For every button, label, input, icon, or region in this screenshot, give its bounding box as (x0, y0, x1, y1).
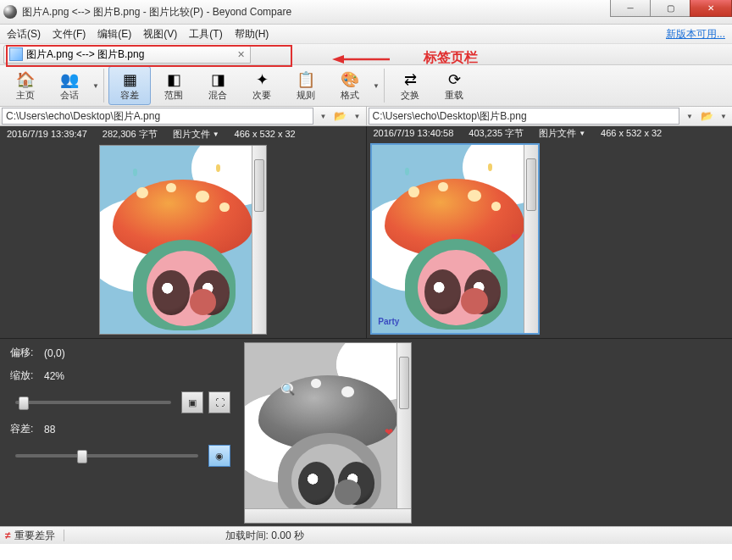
range-button[interactable]: ◧范围 (152, 66, 195, 105)
menu-tools[interactable]: 工具(T) (189, 27, 222, 42)
controls-panel: 偏移: (0,0) 缩放: 42% ▣ ⛶ 容差: 88 ◉ (0, 339, 241, 526)
zoom-slider[interactable] (15, 401, 171, 404)
titlebar: 图片A.png <--> 图片B.png - 图片比较(P) - Beyond … (0, 0, 732, 25)
fit-to-window-button[interactable]: ▣ (181, 391, 203, 413)
menubar: 会话(S) 文件(F) 编辑(E) 视图(V) 工具(T) 帮助(H) 新版本可… (0, 25, 732, 44)
home-icon: 🏠 (16, 70, 35, 89)
right-info-strip: 2016/7/19 13:40:58 403,235 字节 图片文件▼ 466 … (367, 126, 733, 140)
blend-button[interactable]: ◨混合 (197, 66, 239, 105)
scrollbar-vertical[interactable] (396, 343, 411, 523)
app-icon (3, 5, 17, 19)
format-button[interactable]: 🎨格式 (329, 66, 371, 105)
zoom-value: 42% (44, 370, 83, 382)
menu-help[interactable]: 帮助(H) (235, 27, 269, 42)
right-timestamp: 2016/7/19 13:40:58 (374, 128, 454, 138)
status-diff: 重要差异 (14, 529, 55, 543)
left-size: 282,306 字节 (103, 128, 158, 141)
left-path-section: C:\Users\echo\Desktop\图片A.png ▼ 📂 ▼ (0, 107, 367, 125)
maximize-button[interactable]: ▢ (650, 0, 690, 17)
tolerance-slider[interactable] (15, 454, 198, 457)
picture-compare-icon (9, 47, 23, 61)
right-image-view[interactable]: 🔍 ☂ ❤ Party (367, 140, 733, 338)
separator (103, 69, 104, 103)
offset-row: 偏移: (0,0) (10, 346, 230, 360)
format-dropdown[interactable]: ▼ (372, 82, 380, 90)
left-image-view[interactable] (0, 141, 366, 338)
right-image-panel: 2016/7/19 13:40:58 403,235 字节 图片文件▼ 466 … (367, 126, 733, 338)
close-button[interactable]: ✕ (690, 0, 732, 17)
left-browse-dropdown[interactable]: ▼ (350, 108, 365, 124)
offset-label: 偏移: (10, 346, 44, 360)
rules-icon: 📋 (297, 70, 315, 89)
tolerance-button[interactable]: ▦容差 (108, 66, 151, 105)
tolerance-value: 88 (44, 424, 83, 435)
reload-icon: ⟳ (445, 70, 463, 89)
statusbar: ≠ 重要差异 加载时间: 0.00 秒 (0, 526, 732, 544)
swap-icon: ⇄ (401, 70, 419, 89)
zoom-label: 缩放: (10, 369, 44, 383)
secondary-button[interactable]: ✦次要 (241, 66, 283, 105)
tab-bar: 图片A.png <--> 图片B.png ✕ (0, 44, 732, 65)
separator (64, 530, 64, 541)
reload-button[interactable]: ⟳重载 (433, 66, 475, 105)
left-image-panel: 2016/7/19 13:39:47 282,306 字节 图片文件▼ 466 … (0, 126, 367, 338)
right-path-section: C:\Users\echo\Desktop\图片B.png ▼ 📂 ▼ (367, 107, 733, 125)
left-dimensions: 466 x 532 x 32 (235, 129, 296, 139)
left-timestamp: 2016/7/19 13:39:47 (7, 129, 87, 139)
tolerance-mode-button[interactable]: ◉ (208, 445, 230, 467)
left-path-input[interactable]: C:\Users\echo\Desktop\图片A.png (2, 108, 313, 125)
rules-button[interactable]: 📋规则 (285, 66, 327, 105)
offset-value: (0,0) (44, 347, 83, 359)
left-history-dropdown[interactable]: ▼ (316, 108, 331, 124)
right-type-dropdown[interactable]: 图片文件▼ (539, 127, 585, 140)
format-icon: 🎨 (341, 70, 359, 89)
right-path-input[interactable]: C:\Users\echo\Desktop\图片B.png (369, 108, 680, 125)
right-image: 🔍 ☂ ❤ Party (370, 143, 540, 335)
toolbar: 🏠主页 👥会话 ▼ ▦容差 ◧范围 ◨混合 ✦次要 📋规则 🎨格式 ▼ ⇄交换 … (0, 65, 732, 107)
right-history-dropdown[interactable]: ▼ (682, 108, 697, 124)
menu-file[interactable]: 文件(F) (53, 27, 86, 42)
tolerance-icon: ▦ (120, 70, 139, 89)
separator (384, 69, 385, 103)
sessions-dropdown[interactable]: ▼ (92, 82, 100, 90)
right-dimensions: 466 x 532 x 32 (601, 128, 662, 138)
bottom-panel: 偏移: (0,0) 缩放: 42% ▣ ⛶ 容差: 88 ◉ (0, 338, 732, 526)
tab-label: 图片A.png <--> 图片B.png (26, 47, 144, 62)
scrollbar-vertical[interactable] (252, 146, 266, 334)
scrollbar-vertical[interactable] (524, 145, 538, 333)
home-button[interactable]: 🏠主页 (4, 66, 47, 105)
menu-view[interactable]: 视图(V) (143, 27, 177, 42)
tab-close-icon[interactable]: ✕ (237, 49, 245, 60)
tolerance-row: 容差: 88 (10, 422, 230, 436)
blend-icon: ◨ (208, 70, 227, 89)
sessions-icon: 👥 (60, 70, 79, 89)
right-browse-dropdown[interactable]: ▼ (716, 108, 731, 124)
status-load-time: 加载时间: 0.00 秒 (225, 529, 304, 543)
session-tab[interactable]: 图片A.png <--> 图片B.png ✕ (3, 45, 251, 64)
left-image (99, 145, 267, 335)
left-info-strip: 2016/7/19 13:39:47 282,306 字节 图片文件▼ 466 … (0, 126, 366, 141)
zoom-row: 缩放: 42% (10, 369, 230, 383)
swap-button[interactable]: ⇄交换 (389, 66, 431, 105)
path-bar: C:\Users\echo\Desktop\图片A.png ▼ 📂 ▼ C:\U… (0, 107, 732, 126)
menu-session[interactable]: 会话(S) (7, 27, 41, 42)
sessions-button[interactable]: 👥会话 (48, 66, 91, 105)
range-icon: ◧ (164, 70, 183, 89)
diff-image: 🔍 ❤ Party (244, 342, 412, 524)
compare-area: 2016/7/19 13:39:47 282,306 字节 图片文件▼ 466 … (0, 126, 732, 338)
menu-edit[interactable]: 编辑(E) (97, 27, 131, 42)
left-type-dropdown[interactable]: 图片文件▼ (173, 128, 219, 141)
scrollbar-horizontal[interactable] (245, 508, 411, 523)
right-size: 403,235 字节 (469, 127, 524, 140)
tolerance-label: 容差: (10, 422, 44, 436)
secondary-icon: ✦ (252, 70, 271, 89)
right-browse-icon[interactable]: 📂 (699, 108, 714, 124)
not-equal-icon: ≠ (5, 530, 11, 541)
actual-size-button[interactable]: ⛶ (208, 391, 230, 413)
update-link[interactable]: 新版本可用... (666, 27, 725, 42)
left-browse-icon[interactable]: 📂 (333, 108, 348, 124)
minimize-button[interactable]: ─ (610, 0, 651, 17)
diff-view[interactable]: 🔍 ❤ Party (241, 339, 732, 526)
